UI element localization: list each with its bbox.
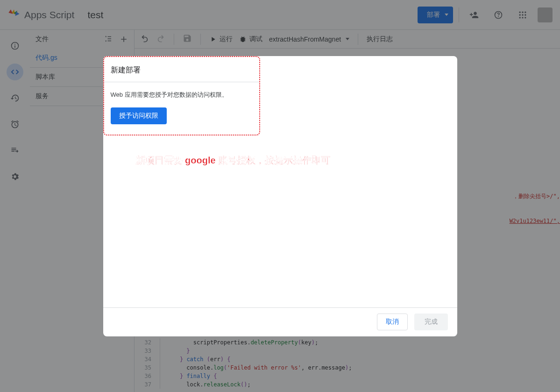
annotation-text: 新项目需要 google 账号授权，按提示操作即可 xyxy=(136,154,331,167)
new-deployment-dialog: 新建部署 Web 应用需要您授予对您数据的访问权限。 授予访问权限 新项目需要 … xyxy=(103,56,457,336)
modal-overlay: 新建部署 Web 应用需要您授予对您数据的访问权限。 授予访问权限 新项目需要 … xyxy=(0,0,560,392)
auth-prompt-box: 新建部署 Web 应用需要您授予对您数据的访问权限。 授予访问权限 xyxy=(103,56,260,135)
cancel-button[interactable]: 取消 xyxy=(377,314,408,330)
auth-message: Web 应用需要您授予对您数据的访问权限。 xyxy=(111,91,253,99)
authorize-button[interactable]: 授予访问权限 xyxy=(111,107,167,124)
dialog-title: 新建部署 xyxy=(111,65,253,82)
done-button: 完成 xyxy=(414,314,448,330)
